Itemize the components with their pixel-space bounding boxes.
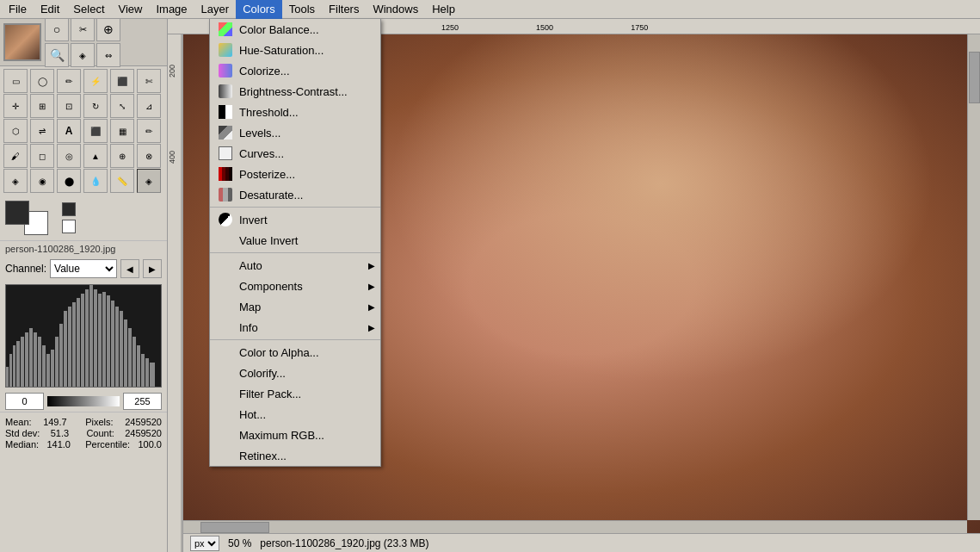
svg-rect-34 [150,363,155,387]
menu-tools[interactable]: Tools [282,0,322,19]
count-value: 2459520 [125,428,162,438]
menu-item-colorize[interactable]: Colorize... [210,60,380,81]
colorize-icon [217,63,234,78]
levels-min-input[interactable]: 0 [5,393,44,410]
tool-move2[interactable]: ✛ [3,94,28,118]
menu-item-color-to-alpha[interactable]: Color to Alpha... [210,342,380,363]
menu-item-colorify[interactable]: Colorify... [210,363,380,383]
menu-item-hot[interactable]: Hot... [210,404,380,425]
tool-text[interactable]: A [57,119,81,143]
ruler-left-svg: 200 400 [168,34,183,552]
tool-rotate[interactable]: ↻ [83,94,108,118]
channel-btn-left[interactable]: ◀ [120,259,139,278]
menubar: File Edit Select View Image Layer Colors… [0,0,980,19]
percentile-label: Percentile: [85,439,130,450]
tool-crop[interactable]: ✂ [71,17,95,41]
menu-item-retinex[interactable]: Retinex... [210,445,380,466]
tool-select-color[interactable]: ⬛ [110,69,134,93]
channel-row: Channel: Value Red Green Blue ◀ ▶ [0,257,167,281]
tool-flip[interactable]: ⇌ [30,119,54,143]
tool-scissors[interactable]: ✄ [137,69,161,93]
tool-shear[interactable]: ⊿ [137,94,161,118]
svg-rect-22 [98,294,102,387]
tool-ellipse[interactable]: ○ [45,17,69,41]
channel-btn-right[interactable]: ▶ [143,259,162,278]
tool-measure[interactable]: 📏 [110,169,134,193]
menu-item-invert[interactable]: Invert [210,209,380,230]
menu-item-threshold[interactable]: Threshold... [210,102,380,122]
tool-zoom[interactable]: 🔍 [45,43,69,67]
tool-fuzzy-select[interactable]: ⚡ [83,69,108,93]
menu-colors[interactable]: Colors [236,0,282,19]
menu-help[interactable]: Help [425,0,462,19]
tool-blur[interactable]: ◉ [30,169,54,193]
tool-align[interactable]: ⊞ [30,94,54,118]
menu-item-info[interactable]: Info ▶ [210,317,380,338]
fg-bg-colors[interactable] [5,201,48,235]
scrollbar-horizontal[interactable] [183,520,967,533]
channel-select[interactable]: Value Red Green Blue [50,259,117,278]
menu-item-posterize[interactable]: Posterize... [210,164,380,184]
menu-item-filter-pack[interactable]: Filter Pack... [210,383,380,404]
menu-item-auto[interactable]: Auto ▶ [210,255,380,276]
tool-paintbrush[interactable]: 🖌 [3,144,28,168]
tool-move[interactable]: ⊕ [96,17,120,41]
main-layout: ○ ✂ ⊕ 🔍 ◈ ⇔ ▭ ◯ ✏ ⚡ ⬛ ✄ ✛ ⊞ ⊡ ↻ [0,19,980,552]
unit-select[interactable]: px % [190,536,219,551]
svg-rect-16 [72,302,76,387]
tool-crop2[interactable]: ⊡ [57,94,81,118]
tool-pencil[interactable]: ✏ [137,119,161,143]
svg-rect-17 [77,298,80,387]
menu-item-maximum-rgb[interactable]: Maximum RGB... [210,425,380,445]
tool-eraser[interactable]: ◻ [30,144,54,168]
menu-item-components[interactable]: Components ▶ [210,276,380,296]
menu-item-brightness-contrast[interactable]: Brightness-Contrast... [210,81,380,102]
tool-scale[interactable]: ⇔ [96,43,120,67]
tool-active[interactable]: ◈ [137,169,161,193]
menu-item-desaturate[interactable]: Desaturate... [210,184,380,205]
tool-bucket[interactable]: ⬛ [83,119,108,143]
menu-item-hue-saturation[interactable]: Hue-Saturation... [210,40,380,60]
tool-free-select[interactable]: ✏ [57,69,81,93]
menu-divider-1 [210,207,380,208]
tool-rect-select[interactable]: ▭ [3,69,28,93]
tool-ink[interactable]: ▲ [83,144,108,168]
menu-item-map[interactable]: Map ▶ [210,296,380,317]
levels-max-input[interactable]: 255 [123,393,162,410]
svg-rect-6 [29,328,33,387]
tool-ellipse-select[interactable]: ◯ [30,69,54,93]
brightness-icon [217,84,234,99]
reset-colors-icon[interactable] [62,220,76,233]
menu-item-curves[interactable]: Curves... [210,143,380,164]
menu-item-levels[interactable]: Levels... [210,122,380,143]
menu-select[interactable]: Select [66,0,111,19]
foreground-color[interactable] [5,201,29,225]
svg-rect-30 [133,337,136,387]
menu-item-value-invert[interactable]: Value Invert [210,230,380,251]
swap-colors-icon[interactable] [62,202,76,216]
svg-rect-12 [55,337,59,387]
menu-image[interactable]: Image [149,0,194,19]
svg-rect-32 [141,354,145,387]
menu-filters[interactable]: Filters [322,0,366,19]
menu-view[interactable]: View [112,0,150,19]
tool-perspective[interactable]: ⬡ [3,119,28,143]
menu-windows[interactable]: Windows [366,0,425,19]
menu-item-color-balance[interactable]: Color Balance... [210,19,380,40]
tool-gradient[interactable]: ▦ [110,119,134,143]
tool-dodge[interactable]: ⬤ [57,169,81,193]
tool-heal[interactable]: ⊗ [137,144,161,168]
tool-scale2[interactable]: ⤡ [110,94,134,118]
tool-perspective2[interactable]: ◈ [3,169,28,193]
scrollbar-vertical[interactable] [967,34,980,520]
menu-layer[interactable]: Layer [194,0,237,19]
levels-slider[interactable] [47,396,120,406]
hue-saturation-label: Hue-Saturation... [239,44,363,57]
tool-clone[interactable]: ⊕ [110,144,134,168]
menu-file[interactable]: File [2,0,34,19]
tool-airbrush[interactable]: ◎ [57,144,81,168]
image-thumbnail [3,23,41,61]
tool-color-picker[interactable]: 💧 [83,169,108,193]
tool-color[interactable]: ◈ [71,43,95,67]
menu-edit[interactable]: Edit [34,0,66,19]
